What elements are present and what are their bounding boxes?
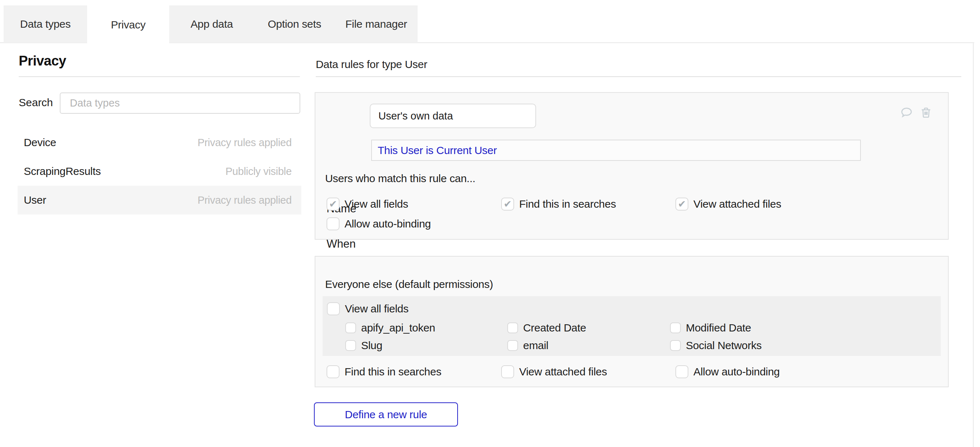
search-label: Search [19,97,53,109]
checkbox-checked: ✔ [675,197,688,210]
checkbox-field-modified-date[interactable]: Modified Date [670,322,751,334]
checkbox-unchecked [345,340,356,351]
tab-bar: Data types Privacy App data Option sets … [3,5,418,43]
checkbox-field-apify-api-token[interactable]: apify_api_token [345,322,435,334]
checkbox-checked: ✔ [501,197,514,210]
checkbox-find-in-searches-default[interactable]: Find this in searches [326,365,441,378]
delete-icon[interactable] [919,106,933,119]
checkbox-label: Created Date [523,322,586,334]
data-type-list: Device Privacy rules applied ScrapingRes… [18,128,301,215]
data-type-name: Device [24,137,56,149]
status-badge: Publicly visible [225,165,292,177]
fields-panel: View all fields apify_api_token Created … [323,296,941,356]
checkbox-label: Find this in searches [519,198,616,210]
checkbox-unchecked [670,340,681,351]
checkbox-view-attached-files-default[interactable]: View attached files [501,365,607,378]
tab-file-manager[interactable]: File manager [335,5,418,43]
checkbox-label: Social Networks [686,339,762,352]
checkbox-field-created-date[interactable]: Created Date [507,322,586,334]
checkbox-allow-auto-binding[interactable]: Allow auto-binding [326,217,431,230]
tab-option-sets[interactable]: Option sets [254,5,335,43]
checkbox-label: email [523,339,548,352]
checkbox-view-attached-files[interactable]: ✔ View attached files [675,197,781,210]
sidebar-divider [19,76,300,77]
default-permissions-card: Everyone else (default permissions) View… [315,256,949,387]
default-card-title: Everyone else (default permissions) [325,278,493,290]
when-condition-box[interactable]: This User is Current User [371,140,861,161]
define-new-rule-button[interactable]: Define a new rule [314,402,458,426]
checkbox-field-slug[interactable]: Slug [345,339,382,352]
rule-name-input[interactable] [370,103,536,128]
checkbox-unchecked [507,340,518,351]
checkbox-unchecked [345,323,356,333]
main-divider [316,76,961,77]
rule-card: Name When This User is Current User User… [315,92,949,240]
comment-icon[interactable] [900,106,913,119]
check-icon: ✔ [329,199,337,209]
checkbox-unchecked [326,217,339,230]
checkbox-label: Find this in searches [345,366,441,378]
checkbox-unchecked [501,365,514,378]
list-item-scrapingresults[interactable]: ScrapingResults Publicly visible [18,157,301,186]
list-item-device[interactable]: Device Privacy rules applied [18,128,301,157]
checkbox-label: View attached files [519,366,607,378]
checkbox-find-in-searches[interactable]: ✔ Find this in searches [501,197,616,210]
checkbox-label: Slug [361,339,382,352]
tab-data-types[interactable]: Data types [3,5,87,43]
checkbox-label: Modified Date [686,322,751,334]
tab-privacy[interactable]: Privacy [87,5,169,44]
checkbox-checked: ✔ [326,197,339,210]
checkbox-field-social-networks[interactable]: Social Networks [670,339,762,352]
checkbox-view-all-fields-default[interactable]: View all fields [327,302,409,315]
checkbox-label: apify_api_token [361,322,435,334]
content-right-divider [973,42,974,447]
rule-prompt-text: Users who match this rule can... [325,172,475,185]
data-rules-heading: Data rules for type User [316,58,427,70]
tab-app-data[interactable]: App data [169,5,254,43]
checkbox-field-email[interactable]: email [507,339,548,352]
checkbox-label: View attached files [694,198,781,210]
checkbox-label: Allow auto-binding [345,218,431,230]
checkbox-unchecked [507,323,518,333]
checkbox-unchecked [326,365,339,378]
rule-actions [900,106,933,119]
check-icon: ✔ [678,199,686,209]
checkbox-unchecked [675,365,688,378]
search-input[interactable] [60,92,300,114]
when-label: When [326,237,356,250]
data-type-name: User [24,194,46,206]
status-badge: Privacy rules applied [198,194,292,206]
status-badge: Privacy rules applied [198,137,292,149]
list-item-user[interactable]: User Privacy rules applied [18,186,301,215]
page-title: Privacy [19,53,66,69]
checkbox-unchecked [327,302,340,315]
checkbox-label: View all fields [345,303,409,315]
check-icon: ✔ [504,199,512,209]
checkbox-label: View all fields [345,198,408,210]
data-type-name: ScrapingResults [24,165,101,177]
checkbox-unchecked [670,323,681,333]
checkbox-allow-auto-binding-default[interactable]: Allow auto-binding [675,365,780,378]
when-condition-link[interactable]: This User is Current User [378,144,497,157]
checkbox-label: Allow auto-binding [694,366,780,378]
checkbox-view-all-fields[interactable]: ✔ View all fields [326,197,408,210]
